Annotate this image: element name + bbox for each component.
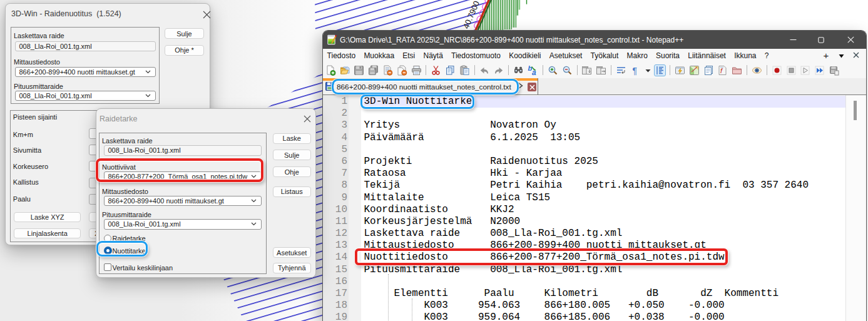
paalu-label: Paalu	[13, 195, 31, 203]
code-line	[364, 108, 809, 120]
raidetarke-radio-label: Raidetarke	[113, 235, 146, 242]
pituusmittaraide-combo[interactable]: 008_Lla-Roi_001.tg.xml	[104, 219, 262, 230]
menu-item[interactable]: Asetukset	[545, 51, 586, 60]
code-line: Yritys Novatron Oy	[364, 120, 809, 131]
new-file-icon[interactable]	[325, 65, 336, 76]
folder-as-workspace-icon[interactable]	[732, 65, 742, 76]
listaus-button[interactable]: Listaus	[273, 186, 312, 197]
mittaustiedosto-label: Mittaustiedosto	[102, 188, 148, 195]
new-tab-plus-button[interactable]: +	[819, 50, 834, 61]
file-monitoring-eye-icon[interactable]	[752, 65, 762, 76]
paste-icon[interactable]	[459, 65, 470, 76]
function-list-icon[interactable]: f	[717, 65, 728, 76]
find-icon[interactable]	[513, 65, 524, 76]
document-map-icon[interactable]	[689, 65, 700, 76]
sulje-button[interactable]: Sulje	[273, 150, 312, 160]
mittaustiedosto-value: 866+200-899+400 nuotti mittaukset.gt	[19, 68, 135, 76]
indent-guide-icon[interactable]	[655, 65, 665, 76]
document-list-icon[interactable]	[703, 65, 714, 76]
laskettava-raide-label: Laskettava raide	[14, 32, 64, 39]
nuottiviivat-value: 866+200-877+200_Törmä_osa1_notes.pi.tdw	[108, 173, 248, 180]
redo-icon[interactable]	[493, 65, 504, 76]
menu-item[interactable]: ?	[760, 51, 773, 60]
tab-accent-bar	[323, 78, 538, 81]
tab-active[interactable]: 866+200-899+400 nuotti mittaukset_notes_…	[323, 78, 538, 94]
close-file-icon[interactable]	[382, 65, 393, 76]
pituusmittaraide-value: 008_Lla-Roi_001.tg.xml	[108, 220, 181, 228]
mittaustiedosto-combo[interactable]: 866+200-899+400 nuotti mittaukset.gt	[104, 196, 262, 206]
copy-icon[interactable]	[445, 65, 456, 76]
zoom-in-icon[interactable]	[548, 65, 558, 76]
shortcut-mapper-icon[interactable]	[675, 65, 685, 76]
macro-save-icon[interactable]	[829, 65, 839, 76]
show-characters-dropdown-icon[interactable]	[645, 65, 651, 76]
cut-icon[interactable]	[431, 65, 441, 76]
menu-item[interactable]: Koodikieli	[505, 51, 546, 60]
line-number: 12	[323, 228, 349, 240]
scrollbar-thumb[interactable]	[854, 101, 857, 120]
word-wrap-icon[interactable]	[616, 65, 626, 76]
menu-item[interactable]: Muokkaa	[360, 51, 399, 60]
menu-item[interactable]: Etsi	[399, 51, 419, 60]
nuottitarke-radio[interactable]	[104, 247, 112, 255]
undo-icon[interactable]	[479, 65, 490, 76]
menu-item[interactable]: Ikkuna	[730, 51, 761, 60]
raidetarke-radio[interactable]	[104, 235, 112, 243]
line-number: 10	[323, 204, 349, 216]
replace-icon[interactable]: ba	[528, 65, 538, 76]
close-all-icon[interactable]	[397, 65, 407, 76]
sulje-button[interactable]: Sulje	[165, 28, 204, 39]
menu-item[interactable]: Työkalut	[586, 51, 623, 60]
vertailu-checkbox[interactable]	[104, 263, 111, 271]
print-icon[interactable]	[411, 65, 422, 76]
menu-item[interactable]: Makro	[623, 51, 652, 60]
menu-item[interactable]: Tiedostomuoto	[447, 51, 504, 60]
macro-record-icon[interactable]	[772, 65, 782, 76]
linjalaskenta-button[interactable]: Linjalaskenta	[14, 228, 81, 238]
ohje-button[interactable]: Ohje *	[165, 45, 204, 56]
menu-item[interactable]: Tiedosto	[323, 51, 360, 60]
text-area[interactable]: 3D-Win NuottitarkeYritys Novatron OyPäiv…	[361, 95, 845, 321]
line-number: 6	[323, 156, 349, 168]
open-folder-icon[interactable]	[340, 65, 350, 76]
sync-vertical-icon[interactable]	[581, 65, 592, 76]
laske-xyz-button[interactable]: Laske XYZ	[14, 212, 81, 222]
line-number: 14	[323, 252, 349, 263]
macro-play-icon[interactable]	[800, 65, 810, 76]
mittaustiedosto-combo[interactable]: 866+200-899+400 nuotti mittaukset.gt	[15, 67, 156, 78]
vertical-scrollbar[interactable]	[845, 95, 867, 321]
editor[interactable]: 12345678910111213141516171819 3D-Win Nuo…	[323, 95, 866, 321]
zoom-out-icon[interactable]	[562, 65, 573, 76]
pituusmittaraide-combo[interactable]: 008_Lla-Roi_001.tg.xml	[15, 91, 156, 101]
close-tab-x-icon[interactable]	[849, 51, 864, 60]
dialog-close-icon[interactable]	[300, 113, 314, 125]
line-number: 5	[323, 144, 349, 156]
save-icon[interactable]	[354, 65, 364, 76]
show-all-characters-icon[interactable]: ¶	[630, 65, 641, 76]
line-number: 4	[323, 132, 349, 144]
asetukset-button[interactable]: Asetukset	[273, 247, 312, 258]
macro-stop-icon[interactable]	[786, 65, 797, 76]
dialog-close-icon[interactable]	[200, 8, 213, 21]
close-button[interactable]	[837, 31, 864, 49]
menu-item[interactable]: Näytä	[419, 51, 447, 60]
window-title: G:\Oma Drive\1_RATA 2025\2_NRC\866+200-8…	[340, 36, 683, 44]
laske-button[interactable]: Laske	[273, 133, 312, 144]
menu-item[interactable]: Suorita	[651, 51, 683, 60]
tab-close-button[interactable]	[528, 83, 536, 91]
line-number: 8	[323, 180, 349, 191]
sync-horizontal-icon[interactable]	[596, 65, 606, 76]
menu-item[interactable]: Liitännäiset	[684, 51, 730, 60]
save-all-icon[interactable]	[368, 65, 379, 76]
nuottiviivat-combo[interactable]: 866+200-877+200_Törmä_osa1_notes.pi.tdw	[104, 171, 262, 182]
tyhjenna-button[interactable]: Tyhjennä	[273, 263, 312, 273]
ohje-button[interactable]: Ohje	[273, 166, 312, 177]
line-number: 7	[323, 168, 349, 180]
titlebar[interactable]: G:\Oma Drive\1_RATA 2025\2_NRC\866+200-8…	[323, 31, 866, 49]
nuottitarke-radio-label: Nuottitarke	[113, 247, 146, 255]
pituusmittaraide-label: Pituusmittaraide	[102, 211, 151, 218]
tab-list-dropdown-icon[interactable]	[834, 51, 849, 60]
macro-run-multiple-icon[interactable]	[814, 65, 825, 76]
maximize-button[interactable]	[807, 31, 835, 49]
minimize-button[interactable]	[779, 31, 807, 49]
